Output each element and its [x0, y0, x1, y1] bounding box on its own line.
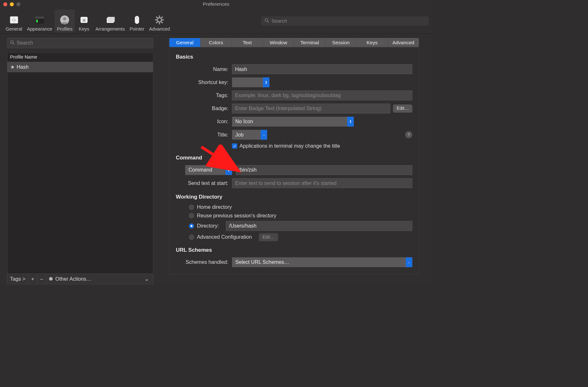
other-actions-menu[interactable]: ✽ Other Actions… ⌄	[46, 274, 153, 284]
stepper-arrows-icon: ▲▼	[226, 165, 232, 175]
toolbar-general[interactable]: General	[3, 10, 25, 32]
badge-edit-button[interactable]: Edit…	[393, 105, 412, 113]
chevron-down-icon: ⌄	[145, 276, 149, 282]
svg-line-23	[156, 22, 157, 23]
zoom-window-button[interactable]	[16, 2, 20, 6]
toolbar-search[interactable]	[261, 16, 429, 25]
command-mode-value: Command	[189, 167, 212, 173]
profile-tabs: General Colors Text Window Terminal Sess…	[169, 38, 419, 47]
profile-list-footer: Tags > + – ✽ Other Actions… ⌄	[7, 274, 153, 285]
appearance-icon	[35, 15, 45, 25]
tab-colors[interactable]: Colors	[200, 38, 232, 47]
badge-field[interactable]	[232, 104, 390, 114]
wd-advanced-edit-button[interactable]: Edit…	[259, 233, 278, 241]
send-text-field[interactable]	[232, 178, 412, 188]
radio-off-icon[interactable]	[189, 235, 194, 240]
svg-point-15	[157, 18, 161, 22]
apps-change-title-label: Applications in terminal may change the …	[240, 143, 340, 149]
shortcut-label: Shortcut key:	[176, 79, 232, 85]
tags-filter-button[interactable]: Tags >	[7, 274, 28, 284]
toolbar-keys[interactable]: ⌘ Keys	[75, 10, 93, 32]
wd-directory-option[interactable]: Directory:	[189, 221, 412, 231]
chevron-down-icon: ⌄	[406, 257, 412, 267]
title-label: Title:	[176, 132, 232, 138]
remove-profile-button[interactable]: –	[37, 274, 46, 284]
gear-icon	[154, 15, 164, 25]
send-text-label: Send text at start:	[176, 180, 232, 186]
icon-label: Icon:	[176, 119, 232, 125]
wd-reuse-option[interactable]: Reuse previous session's directory	[189, 213, 412, 219]
name-field[interactable]	[232, 64, 412, 74]
wd-reuse-label: Reuse previous session's directory	[197, 213, 276, 219]
add-profile-button[interactable]: +	[28, 274, 37, 284]
tab-keys[interactable]: Keys	[357, 38, 388, 47]
title-select[interactable]: Job ⌄	[232, 130, 267, 140]
svg-line-22	[161, 17, 163, 18]
wd-directory-label: Directory:	[197, 223, 219, 229]
toolbar-label: Appearance	[27, 26, 52, 32]
shortcut-selector[interactable]: ▲▼	[232, 77, 269, 87]
preferences-toolbar: General Appearance Profiles ⌘ Keys Arran…	[0, 8, 432, 33]
toolbar-appearance[interactable]: Appearance	[25, 10, 54, 32]
stepper-arrows-icon: ▲▼	[347, 117, 354, 127]
radio-off-icon[interactable]	[189, 213, 194, 218]
profiles-icon	[60, 15, 70, 25]
toolbar-profiles[interactable]: Profiles	[54, 10, 75, 32]
profile-search-input[interactable]	[17, 40, 150, 46]
toolbar-advanced[interactable]: Advanced	[147, 10, 172, 32]
svg-text:⌘: ⌘	[82, 18, 86, 22]
search-icon	[264, 18, 269, 24]
wd-advanced-option[interactable]: Advanced Configuration Edit…	[189, 233, 412, 241]
wd-directory-field[interactable]	[226, 221, 412, 231]
profile-search[interactable]	[7, 38, 153, 48]
url-schemes-value: Select URL Schemes…	[235, 259, 289, 265]
title-value: Job	[235, 132, 244, 138]
badge-label: Badge:	[176, 105, 232, 111]
wd-advanced-label: Advanced Configuration	[197, 234, 252, 240]
toolbar-label: General	[6, 26, 22, 32]
general-icon	[9, 15, 19, 25]
section-basics: Basics	[176, 54, 412, 60]
schemes-label: Schemes handled:	[176, 259, 232, 265]
title-help-button[interactable]: ?	[405, 131, 412, 138]
star-icon: ★	[10, 64, 15, 70]
svg-line-20	[156, 17, 157, 18]
wd-home-option[interactable]: Home directory	[189, 204, 412, 210]
close-window-button[interactable]	[3, 2, 7, 6]
section-url-schemes: URL Schemes	[176, 247, 412, 253]
svg-rect-3	[15, 19, 16, 21]
svg-rect-12	[108, 17, 115, 22]
toolbar-search-input[interactable]	[271, 18, 426, 24]
toolbar-label: Advanced	[149, 26, 170, 32]
command-mode-select[interactable]: Command ▲▼	[185, 165, 232, 175]
checkbox-checked-icon[interactable]: ✓	[232, 144, 237, 149]
section-command: Command	[176, 155, 412, 161]
icon-value: No Icon	[235, 119, 253, 125]
search-icon	[10, 40, 15, 46]
profile-list-header: Profile Name	[7, 53, 153, 62]
toolbar-label: Arrangements	[96, 26, 125, 32]
profile-row[interactable]: ★ Hash	[7, 62, 153, 72]
svg-rect-1	[14, 16, 14, 23]
tab-general[interactable]: General	[169, 38, 200, 47]
toolbar-arrangements[interactable]: Arrangements	[93, 10, 127, 32]
tab-advanced[interactable]: Advanced	[388, 38, 419, 47]
tags-field[interactable]	[232, 90, 412, 100]
svg-point-24	[265, 18, 268, 21]
command-field[interactable]	[236, 165, 412, 175]
toolbar-pointer[interactable]: Pointer	[127, 10, 147, 32]
toolbar-label: Keys	[79, 26, 89, 32]
tab-text[interactable]: Text	[232, 38, 263, 47]
radio-off-icon[interactable]	[189, 205, 194, 210]
radio-on-icon[interactable]	[189, 223, 194, 229]
tab-session[interactable]: Session	[326, 38, 357, 47]
general-panel: Basics Name: Shortcut key: ▲▼ Tags	[169, 47, 419, 274]
icon-select[interactable]: No Icon ▲▼	[232, 117, 354, 127]
apps-change-title-row[interactable]: ✓ Applications in terminal may change th…	[232, 143, 412, 149]
minimize-window-button[interactable]	[10, 2, 14, 6]
url-schemes-select[interactable]: Select URL Schemes… ⌄	[232, 257, 412, 267]
tab-window[interactable]: Window	[263, 38, 294, 47]
tab-terminal[interactable]: Terminal	[294, 38, 326, 47]
profile-list: Profile Name ★ Hash	[7, 53, 153, 274]
svg-line-27	[13, 43, 14, 45]
